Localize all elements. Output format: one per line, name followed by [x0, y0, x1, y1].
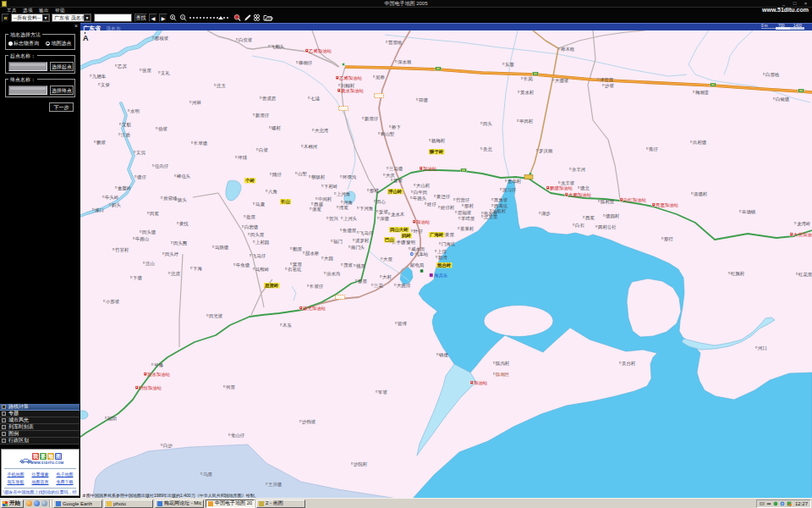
task-buttons: Google Earthphoto梅花网论坛 - Microso...中国电子地… — [52, 500, 305, 508]
promo-link-手机地图[interactable]: 手机地图 — [3, 471, 28, 478]
gas-station-icon-inner — [653, 204, 654, 205]
promo-link-电子地图[interactable]: 电子地图 — [52, 471, 77, 478]
promo-link-驾车导航[interactable]: 驾车导航 — [3, 478, 28, 486]
map-label: 石苍坑 — [288, 267, 302, 273]
radio-map-pick[interactable]: 地图选点 — [46, 40, 72, 47]
maximize-button[interactable]: □ — [791, 1, 798, 7]
task-button-photo[interactable]: photo — [104, 500, 153, 508]
zoom-slider-dots-part — [227, 17, 228, 19]
tray-icon[interactable] — [780, 501, 785, 506]
zoom-in-icon[interactable] — [168, 14, 178, 22]
map-label: 杨梅村 — [431, 138, 446, 144]
promo-link-免费下载[interactable]: 免费下载 — [52, 478, 77, 486]
collapse-sidebar-button[interactable]: « — [2, 14, 9, 22]
region-select-part: 广东省 茂名市 — [52, 14, 84, 22]
map-label: 黑角坡 — [494, 197, 508, 202]
map-label: 张屋 — [142, 68, 151, 74]
task-button-中国电子地图 2005[interactable]: 中国电子地图 2005 — [206, 500, 255, 508]
map-label: 镇佬 — [439, 352, 448, 358]
start-button[interactable]: 开始 — [1, 500, 24, 508]
start-name-input[interactable] — [8, 62, 47, 71]
quick-launch-icon[interactable] — [34, 500, 40, 506]
pick-end-button[interactable]: 选择终点 — [50, 86, 74, 95]
measure-pen-icon[interactable] — [243, 14, 252, 22]
map-label: 永丰河 — [572, 167, 586, 172]
back-button[interactable]: ◀ — [149, 14, 157, 22]
quick-launch-icon[interactable] — [41, 500, 47, 506]
task-icon — [107, 501, 112, 506]
find-button[interactable]: 查找 — [134, 14, 147, 22]
next-step-button[interactable]: 下一步 — [49, 102, 74, 112]
binocular-icon[interactable] — [253, 14, 262, 22]
map-label: 大屋 — [383, 257, 392, 262]
task-icon — [259, 501, 264, 506]
open-folder-icon[interactable] — [263, 14, 272, 22]
region-select[interactable]: 广东省 茂名市 ▼ — [52, 14, 91, 22]
interchange-icon — [529, 173, 532, 175]
map-label: 那行 — [664, 236, 673, 242]
map-canvas[interactable]: 那校坡白坟坡飞鹅头乙滨张屋文礼九栖车文俊北玉善波居河林水明新屋仔艾舫螺村伯坡汪盾… — [80, 30, 812, 498]
nav-item-行政区划[interactable]: 行政区划 — [0, 438, 80, 444]
map-label: 隋仔 — [272, 172, 282, 178]
map-label-ridge: 妈岭 — [401, 233, 411, 239]
zoom-slider[interactable] — [189, 14, 232, 22]
map-label: 沙狗坡 — [302, 419, 316, 425]
map-label: 鱼塘屋 — [343, 228, 357, 234]
map-label: 梯垌仔 — [298, 60, 313, 66]
promo-link-位置搜索[interactable]: 位置搜索 — [28, 471, 52, 478]
tray-icon[interactable] — [766, 501, 771, 506]
task-button-Google Earth[interactable]: Google Earth — [53, 500, 102, 508]
map-label: 新湾 — [438, 255, 447, 261]
map-label: 批屋 — [246, 214, 255, 220]
promo-marquee-link[interactable]: \朋友在中国地图上找到你的位置吗，经纬 — [3, 489, 77, 494]
map-viewport[interactable]: 广东省 茂名市 0 m 700 1400 那校坡白坟坡飞鹅头乙滨张屋文礼九栖车文… — [80, 23, 812, 498]
chevron-down-icon[interactable]: ▼ — [42, 14, 49, 21]
task-button-梅花网论坛 - Microso...[interactable]: 梅花网论坛 - Microso... — [155, 500, 204, 508]
close-button[interactable]: × — [802, 1, 809, 7]
map-label: 红花屋 — [798, 272, 812, 278]
radio-landmark-query-part: 标志物查询 — [14, 40, 39, 47]
measure-pen-icon-part-part — [244, 14, 250, 20]
search-input[interactable] — [94, 14, 132, 22]
magnifier-view-icon-part-part — [234, 14, 239, 19]
chevron-down-icon[interactable]: ▼ — [84, 14, 91, 21]
zoom-slider-dots-part — [193, 17, 195, 19]
map-label: 伯坡 — [158, 126, 167, 132]
quick-launch-icon[interactable] — [26, 500, 32, 506]
dataset-select[interactable]: --所有资料-- ▼ — [11, 14, 50, 22]
promo-link-地图首页[interactable]: 地图首页 — [28, 478, 52, 486]
map-label: 艾舫 — [122, 122, 131, 128]
zoom-slider-dots-part — [196, 17, 198, 19]
zoom-slider-thumb[interactable] — [218, 16, 223, 19]
zoom-out-icon[interactable] — [178, 14, 188, 22]
gas-station-icon-inner — [420, 168, 421, 168]
forward-button[interactable]: ▶ — [159, 14, 167, 22]
gas-station-icon-inner — [136, 387, 137, 388]
placename-method-group: 地名选择方法 标志物查询 地图选点 — [5, 34, 75, 50]
map-label: 桃屋 — [356, 263, 365, 269]
tray-icon[interactable] — [787, 501, 792, 506]
map-label: 湛尾 — [312, 207, 321, 212]
map-label-amusement: 海滨乐 — [434, 273, 448, 279]
minimize-button[interactable]: _ — [780, 1, 787, 7]
pick-start-button[interactable]: 选择起点 — [50, 62, 74, 71]
map-label-ridge: 广海岭 — [430, 232, 444, 238]
map-label: 军坡 — [378, 389, 387, 395]
task-button-2 - 画图[interactable]: 2 - 画图 — [256, 500, 305, 508]
post-office-icon — [420, 269, 424, 273]
map-label: 大北湾 — [315, 128, 329, 134]
radio-landmark-query[interactable]: 标志物查询 — [8, 40, 39, 47]
map-label: 东寨 — [504, 62, 514, 67]
magnifier-view-icon[interactable] — [233, 14, 242, 22]
tray-icon[interactable] — [760, 501, 765, 506]
end-point-group-part: 终点名称： — [8, 77, 37, 82]
map-label: 平田村 — [519, 119, 534, 124]
map-label: 下村岭 — [324, 184, 338, 190]
map-label-gas-station: 大英加油站 — [793, 232, 812, 238]
tray-icon[interactable] — [773, 501, 778, 506]
map-label: 乌屋 — [203, 472, 212, 477]
end-name-input[interactable] — [8, 86, 47, 95]
map-label: 长草塘 — [194, 141, 208, 146]
map-label: 深水垌 — [398, 59, 411, 64]
panel-close-icon[interactable]: × — [74, 24, 78, 29]
